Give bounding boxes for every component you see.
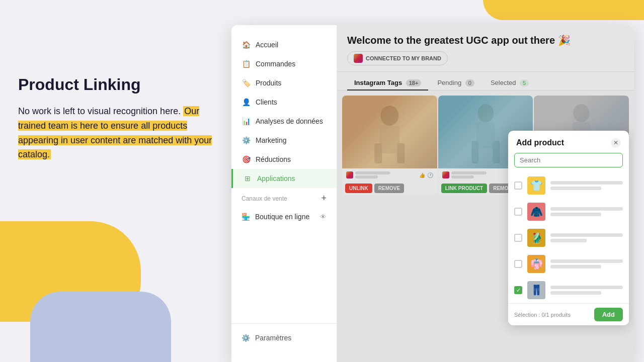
product-item-2[interactable]: 🧥: [508, 199, 629, 225]
settings-icon: ⚙️: [242, 334, 250, 342]
product-item-4[interactable]: 👘: [508, 251, 629, 277]
product-image-3: 🥻: [527, 229, 545, 247]
product-checkbox-5[interactable]: ✓: [514, 286, 522, 294]
product-checkbox-1[interactable]: [514, 182, 522, 190]
sidebar-footer: ⚙️ Paramètres: [231, 323, 337, 352]
tab-badge: 0: [465, 79, 474, 86]
svg-rect-7: [493, 141, 500, 163]
tab-pending[interactable]: Pending 0: [430, 76, 481, 90]
svg-rect-2: [374, 143, 382, 163]
sidebar-item-produits[interactable]: 🏷️ Produits: [231, 73, 337, 93]
connected-badge: CONNECTED TO MY BRAND: [347, 51, 448, 65]
product-line: [550, 259, 623, 263]
sidebar: 🏠 Accueil 📋 Commandes 🏷️ Produits 👤 Clie…: [231, 25, 337, 362]
left-panel: Product Linking No work is left to visua…: [18, 75, 219, 162]
instagram-icon: [354, 54, 363, 63]
photo-icons: 👍 🕐: [419, 172, 433, 178]
sidebar-item-label: Analyses de données: [256, 117, 323, 125]
reductions-icon: 🎯: [242, 155, 251, 164]
product-checkbox-3[interactable]: [514, 234, 522, 242]
sidebar-item-accueil[interactable]: 🏠 Accueil: [231, 35, 337, 54]
bg-blue-blob-decoration: [30, 292, 171, 362]
product-line: [550, 207, 623, 211]
sidebar-section-canaux: Canaux de vente +: [231, 188, 337, 209]
product-image-2: 🧥: [527, 203, 545, 221]
modal-search: [508, 153, 629, 172]
svg-rect-5: [476, 122, 495, 148]
ig-icon: [442, 171, 449, 178]
connected-badge-text: CONNECTED TO MY BRAND: [366, 55, 441, 61]
main-content: Welcome to the greatest UGC app out ther…: [337, 25, 634, 362]
sidebar-item-boutique[interactable]: 🏪 Boutique en ligne 👁: [231, 209, 337, 225]
photo-meta-2: [442, 171, 487, 178]
tab-badge: 18+: [406, 79, 422, 86]
sidebar-item-reductions[interactable]: 🎯 Réductions: [231, 150, 337, 169]
sidebar-item-clients[interactable]: 👤 Clients: [231, 93, 337, 112]
tab-bar: Instagram Tags 18+ Pending 0 Selected 5: [337, 72, 634, 90]
product-line: [550, 213, 601, 216]
product-image-1: 👕: [527, 176, 545, 195]
product-checkbox-2[interactable]: [514, 208, 522, 216]
photo-footer-1: 👍 🕐: [342, 168, 437, 182]
sidebar-section-label: Canaux de vente: [242, 195, 287, 202]
highlight-text: Our trained team is here to ensure all p…: [18, 106, 212, 159]
products-icon: 🏷️: [242, 78, 251, 87]
product-lines: [550, 286, 623, 295]
sidebar-item-parametres[interactable]: ⚙️ Paramètres: [242, 334, 327, 342]
product-line: [550, 233, 623, 237]
product-checkbox-4[interactable]: [514, 260, 522, 268]
add-button[interactable]: Add: [594, 308, 623, 321]
product-lines: [550, 233, 623, 242]
remove-button[interactable]: REMOVE: [374, 184, 404, 193]
eye-icon: 👁: [320, 213, 327, 221]
sidebar-item-commandes[interactable]: 📋 Commandes: [231, 54, 337, 73]
analytics-icon: 📊: [242, 117, 251, 126]
ig-icon: [346, 171, 353, 178]
svg-rect-3: [397, 143, 405, 163]
modal-close-button[interactable]: ✕: [611, 138, 621, 148]
product-item-3[interactable]: 🥻: [508, 225, 629, 251]
product-lines: [550, 259, 623, 268]
sidebar-item-label: Marketing: [256, 136, 286, 144]
sidebar-nav: 🏠 Accueil 📋 Commandes 🏷️ Produits 👤 Clie…: [231, 35, 337, 323]
add-product-modal: Add product ✕ 👕: [508, 131, 629, 325]
add-channel-button[interactable]: +: [321, 193, 327, 204]
tab-instagram-tags[interactable]: Instagram Tags 18+: [347, 76, 428, 90]
svg-rect-1: [379, 126, 399, 153]
tab-selected[interactable]: Selected 5: [484, 76, 536, 90]
unlink-button[interactable]: UNLINK: [345, 184, 372, 193]
product-line: [550, 239, 587, 242]
orders-icon: 📋: [242, 59, 251, 68]
product-lines: [550, 181, 623, 190]
main-header: Welcome to the greatest UGC app out ther…: [337, 25, 634, 72]
like-icon: 👍: [419, 172, 425, 178]
tab-label: Pending: [437, 79, 461, 86]
marketing-icon: ⚙️: [242, 136, 251, 145]
product-item-1[interactable]: 👕: [508, 172, 629, 199]
tab-label: Instagram Tags: [354, 79, 402, 86]
product-search-input[interactable]: [514, 153, 623, 167]
product-item-5[interactable]: ✓ 👖: [508, 277, 629, 303]
link-product-button[interactable]: LINK PRODUCT: [441, 184, 488, 193]
text-line: [451, 171, 487, 174]
sidebar-item-label: Applications: [257, 174, 295, 183]
tab-label: Selected: [491, 79, 516, 86]
sidebar-sub-item-label: Boutique en ligne: [255, 213, 309, 221]
modal-footer: Sélection : 0/1 produits Add: [508, 303, 629, 325]
sidebar-item-analyses[interactable]: 📊 Analyses de données: [231, 112, 337, 131]
text-line: [355, 175, 378, 178]
selection-text: Sélection : 0/1 produits: [514, 312, 571, 318]
svg-point-8: [574, 104, 590, 122]
modal-title: Add product: [516, 138, 564, 147]
product-list: 👕 🧥: [508, 172, 629, 303]
main-title-text: Welcome to the greatest UGC app out ther…: [347, 34, 571, 46]
sidebar-item-applications[interactable]: ⊞ Applications: [231, 169, 337, 188]
page-title: Product Linking: [18, 75, 219, 94]
sidebar-footer-label: Paramètres: [255, 334, 291, 342]
photo-text-lines: [355, 171, 390, 178]
product-image-5: 👖: [527, 281, 545, 299]
tab-badge: 5: [520, 79, 529, 86]
sidebar-item-label: Clients: [256, 98, 277, 106]
product-image-4: 👘: [527, 255, 545, 273]
sidebar-item-marketing[interactable]: ⚙️ Marketing: [231, 131, 337, 150]
